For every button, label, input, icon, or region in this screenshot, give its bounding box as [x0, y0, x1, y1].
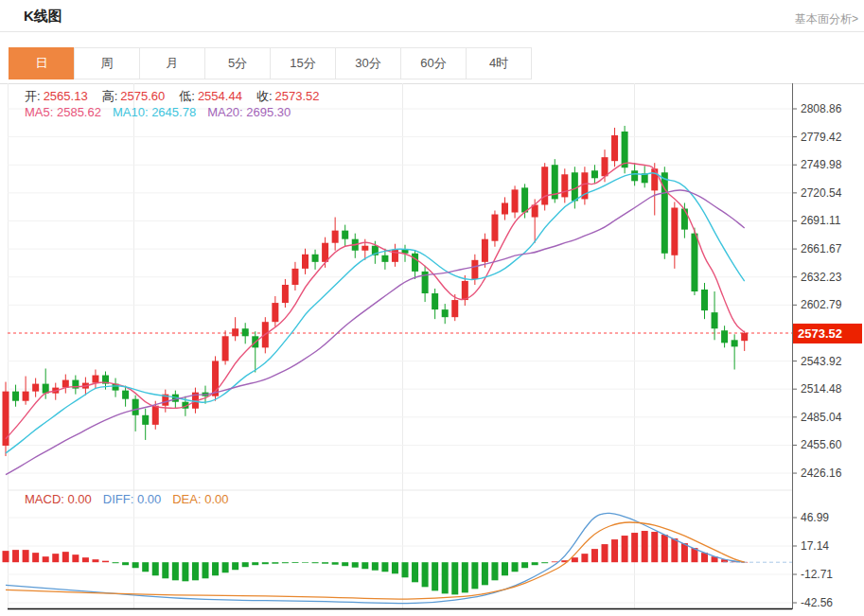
- legend-item: MA10: 2645.78: [113, 105, 196, 119]
- svg-text:2514.48: 2514.48: [801, 382, 842, 396]
- legend-item: MA5: 2585.62: [25, 105, 101, 119]
- ma5-line: [6, 163, 745, 439]
- legend-item: DEA: 0.00: [172, 492, 228, 506]
- svg-text:2720.54: 2720.54: [801, 186, 842, 200]
- svg-text:2602.79: 2602.79: [801, 298, 842, 311]
- interval-tabs: 日周月5分15分30分60分4时: [9, 47, 532, 79]
- candles-series: [3, 126, 749, 456]
- y-axis-labels: 2808.862779.422749.982720.542691.112661.…: [792, 102, 842, 480]
- legend-item: DIFF: 0.00: [103, 492, 161, 506]
- macd-histogram: [3, 531, 749, 594]
- kline-widget: K线图 基本面分析> 日周月5分15分30分60分4时 2808.862779.…: [0, 0, 864, 616]
- current-price-label: 2573.52: [793, 324, 862, 343]
- tab-0-日[interactable]: 日: [9, 47, 75, 79]
- ma10-line: [6, 173, 745, 453]
- legend-item: MA20: 2695.30: [207, 105, 291, 119]
- tab-2-月[interactable]: 月: [139, 47, 205, 79]
- legend-item: 低:2554.44: [179, 89, 245, 103]
- widget-header: K线图 基本面分析>: [0, 0, 864, 32]
- svg-text:2426.16: 2426.16: [801, 466, 842, 480]
- kline-chart-svg[interactable]: 2808.862779.422749.982720.542691.112661.…: [0, 83, 864, 616]
- tab-7-4时[interactable]: 4时: [466, 47, 532, 79]
- tab-6-60分[interactable]: 60分: [400, 47, 467, 79]
- svg-text:17.14: 17.14: [801, 539, 829, 553]
- ma20-line: [6, 190, 745, 475]
- svg-text:2485.04: 2485.04: [801, 411, 842, 424]
- legend-item: 收:2573.52: [256, 89, 323, 103]
- svg-text:-42.56: -42.56: [801, 596, 833, 609]
- svg-text:2691.11: 2691.11: [801, 214, 841, 227]
- svg-text:2543.92: 2543.92: [801, 355, 842, 368]
- legend-item: 高:2575.60: [102, 89, 168, 103]
- page-title: K线图: [24, 8, 62, 26]
- ohlc-legend: 开:2565.13高:2575.60低:2554.44收:2573.52: [25, 88, 334, 105]
- tab-1-周[interactable]: 周: [74, 47, 140, 79]
- svg-text:46.99: 46.99: [801, 511, 829, 524]
- macd-axis-labels: 46.9917.14-12.71-42.56: [792, 511, 833, 609]
- macd-legend: MACD: 0.00DIFF: 0.00DEA: 0.00: [25, 492, 240, 506]
- ma-legend: MA5: 2585.62MA10: 2645.78MA20: 2695.30: [25, 105, 302, 119]
- tab-4-15分[interactable]: 15分: [270, 47, 336, 79]
- svg-text:2749.98: 2749.98: [801, 158, 842, 171]
- svg-text:2455.60: 2455.60: [801, 438, 842, 451]
- legend-item: MACD: 0.00: [25, 492, 92, 506]
- legend-item: 开:2565.13: [25, 89, 91, 103]
- fundamental-analysis-link[interactable]: 基本面分析>: [795, 11, 858, 27]
- tab-5-30分[interactable]: 30分: [335, 47, 401, 79]
- svg-text:2779.42: 2779.42: [801, 131, 842, 144]
- svg-text:2808.86: 2808.86: [801, 102, 842, 115]
- svg-text:2661.67: 2661.67: [801, 242, 842, 255]
- svg-text:2632.23: 2632.23: [801, 271, 842, 284]
- svg-text:-12.71: -12.71: [801, 568, 833, 581]
- kline-chart-area[interactable]: 2808.862779.422749.982720.542691.112661.…: [0, 83, 864, 616]
- tab-3-5分[interactable]: 5分: [204, 47, 271, 79]
